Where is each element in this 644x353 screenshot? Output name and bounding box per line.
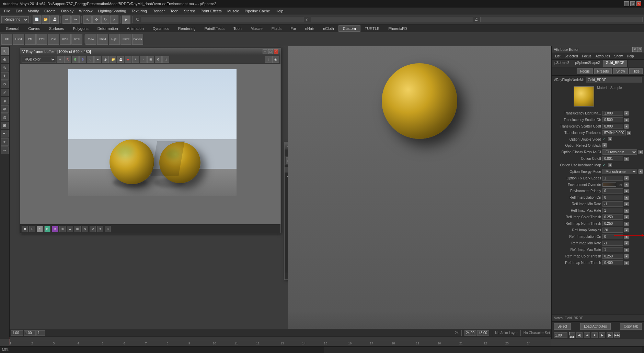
shelf-icon-pm[interactable]: PM <box>25 34 36 45</box>
menu-help[interactable]: Help <box>273 8 286 14</box>
shelf-view-btn[interactable]: View <box>85 34 96 45</box>
attr-value-translucency-light[interactable]: 1.000 <box>602 111 623 116</box>
tl-play-fwd-btn[interactable]: ▶ <box>599 332 605 338</box>
lattice-tool[interactable]: ⊞ <box>1 122 9 129</box>
menu-modify[interactable]: Modify <box>25 8 42 14</box>
vray-status-btn2[interactable]: ◻ <box>29 226 35 232</box>
vray-g-btn[interactable]: G <box>72 56 79 63</box>
tl-skip-start-btn[interactable]: |◀◀ <box>569 332 575 338</box>
vray-circle-btn[interactable]: ○ <box>87 56 94 63</box>
attr-tab-psphereshape2[interactable]: pSphereShape2 <box>572 60 603 67</box>
pen-tool[interactable]: ✒ <box>1 138 9 146</box>
vray-extra-btn1[interactable]: ⋮ <box>265 56 272 63</box>
attr-connect-refl-norm-thresh[interactable]: ▣ <box>624 222 629 226</box>
menu-muscle[interactable]: Muscle <box>225 8 242 14</box>
attr-value-env-priority[interactable]: 0 <box>602 188 623 194</box>
menu-display[interactable]: Display <box>58 8 76 14</box>
cv-curve-tool[interactable]: 〜 <box>1 130 9 137</box>
attr-connect-double-sided[interactable]: ▣ <box>608 137 612 141</box>
close-button[interactable]: ✕ <box>636 1 641 6</box>
minimize-button[interactable]: ─ <box>624 1 629 6</box>
tl-prev-frame-btn[interactable]: ◀| <box>576 332 583 338</box>
attr-dropdown-energy-mode[interactable]: Monochrome <box>602 169 637 174</box>
tab-muscle[interactable]: Muscle <box>246 25 267 32</box>
vray-status-btn5[interactable]: ◉ <box>52 226 58 232</box>
status-command-input[interactable] <box>324 347 642 353</box>
attr-connect-env-override[interactable]: ▣ <box>624 183 629 187</box>
attr-load-btn[interactable]: Load Attributes <box>580 323 611 330</box>
vray-zoom-out-btn[interactable]: - <box>140 56 147 63</box>
attr-undock-btn[interactable]: ⊡ <box>637 47 642 52</box>
menu-stereo[interactable]: Stereo <box>181 8 198 14</box>
attr-value-refl-color-thresh[interactable]: 0.250 <box>602 214 623 220</box>
attr-hide-btn[interactable]: Hide <box>629 68 643 74</box>
menu-window[interactable]: Window <box>76 8 95 14</box>
attr-connect-refl-min[interactable]: ▣ <box>624 202 629 206</box>
menu-texturing[interactable]: Texturing <box>129 8 150 14</box>
attr-connect-refl-samples[interactable]: ▣ <box>624 228 629 232</box>
vray-b-btn[interactable]: B <box>79 56 86 63</box>
menu-pipeline[interactable]: Pipeline Cache <box>242 8 273 14</box>
attr-color-env-override[interactable] <box>602 183 616 187</box>
tab-custom[interactable]: Custom <box>338 25 360 32</box>
tab-deformation[interactable]: Deformation <box>93 25 123 32</box>
vray-status-btn1[interactable]: ◼ <box>22 226 28 232</box>
rotate-tool[interactable]: ↻ <box>1 80 9 88</box>
sculpt-tool[interactable]: ◍ <box>1 113 9 121</box>
tab-toon[interactable]: Toon <box>229 25 246 32</box>
vray-status-btn12[interactable]: ◎ <box>105 226 111 232</box>
new-file-btn[interactable]: 📄 <box>33 15 41 24</box>
vray-status-btn11[interactable]: ◈ <box>97 226 103 232</box>
attr-value-translucency-coeff[interactable]: 0.000 <box>602 124 623 129</box>
attr-tab-gold-brdf[interactable]: Gold_BRDF <box>603 60 628 67</box>
vray-folder-btn[interactable]: 📁 <box>110 56 116 63</box>
attr-value-refr-norm[interactable]: 0.400 <box>602 260 623 265</box>
tl-play-back-btn[interactable]: ◀ <box>584 332 590 338</box>
vray-status-btn9[interactable]: ⊕ <box>82 226 88 232</box>
vray-extra-btn2[interactable]: ◉ <box>272 56 279 63</box>
vray-halfcircle-btn[interactable]: ◑ <box>102 56 109 63</box>
menu-edit[interactable]: Edit <box>13 8 25 14</box>
attr-menu-selected[interactable]: Selected <box>563 54 580 59</box>
attr-connect-refl-interp[interactable]: ▣ <box>624 196 629 200</box>
select-tool[interactable]: ↖ <box>1 47 9 55</box>
attr-check-double-sided[interactable]: ✓ <box>602 137 605 141</box>
attr-connect-reflect-back[interactable]: ▣ <box>602 143 607 147</box>
attr-time-input[interactable] <box>554 332 567 338</box>
shelf-shading-btn[interactable]: Shad <box>97 34 108 45</box>
mode-dropdown[interactable]: Rendering <box>1 16 29 23</box>
tab-ncloth[interactable]: nCloth <box>319 25 338 32</box>
vray-fit-btn[interactable]: ⊞ <box>147 56 154 63</box>
paint-tool[interactable]: ✎ <box>1 64 9 71</box>
attr-connect-dark-edges[interactable]: ▣ <box>624 176 629 180</box>
vray-zoom-in-btn[interactable]: + <box>132 56 139 63</box>
attr-value-refr-color[interactable]: 0.250 <box>602 254 623 259</box>
attr-connect-translucency-dir[interactable]: ▣ <box>624 118 629 122</box>
shelf-show-btn[interactable]: Show <box>120 34 131 45</box>
tab-nhair[interactable]: nHair <box>301 25 319 32</box>
move-btn[interactable]: ✛ <box>92 15 101 24</box>
rotate-btn[interactable]: ↻ <box>101 15 110 24</box>
attr-value-refl-min[interactable]: -1 <box>602 201 623 207</box>
attr-scroll-area[interactable]: Translucency Light Ma... 1.000 ▣ Translu… <box>552 109 644 315</box>
attr-connect-cutoff[interactable]: ▣ <box>624 157 629 161</box>
attr-value-dark-edges[interactable]: 1 <box>602 176 623 181</box>
tab-dynamics[interactable]: Dynamics <box>148 25 174 32</box>
attr-value-refl-interp[interactable]: 0 <box>602 195 623 200</box>
vray-settings-btn[interactable]: ⚙ <box>155 56 162 63</box>
shelf-icon-ute[interactable]: UTE <box>71 34 82 45</box>
tl-frame-input[interactable] <box>36 330 45 336</box>
attr-menu-help[interactable]: Help <box>625 54 636 59</box>
menu-file[interactable]: File <box>1 8 13 14</box>
tl-current-input[interactable] <box>24 330 36 336</box>
tab-polygons[interactable]: Polygons <box>68 25 93 32</box>
attr-connect-refl-max[interactable]: ▣ <box>624 209 629 213</box>
shelf-icon-viso[interactable]: Viso <box>48 34 59 45</box>
tab-phoenixfd[interactable]: PhoenixFD <box>384 25 411 32</box>
attr-value-refl-max[interactable]: 1 <box>602 208 623 213</box>
soft-mod-tool[interactable]: ⊕ <box>1 105 9 113</box>
attr-dropdown-glossy-rays[interactable]: GI rays only <box>602 149 637 155</box>
attr-value-translucency-dir[interactable]: 0.500 <box>602 117 623 122</box>
tl-playback-speed[interactable] <box>464 330 476 336</box>
shelf-icon-fpe[interactable]: FPE <box>36 34 47 45</box>
